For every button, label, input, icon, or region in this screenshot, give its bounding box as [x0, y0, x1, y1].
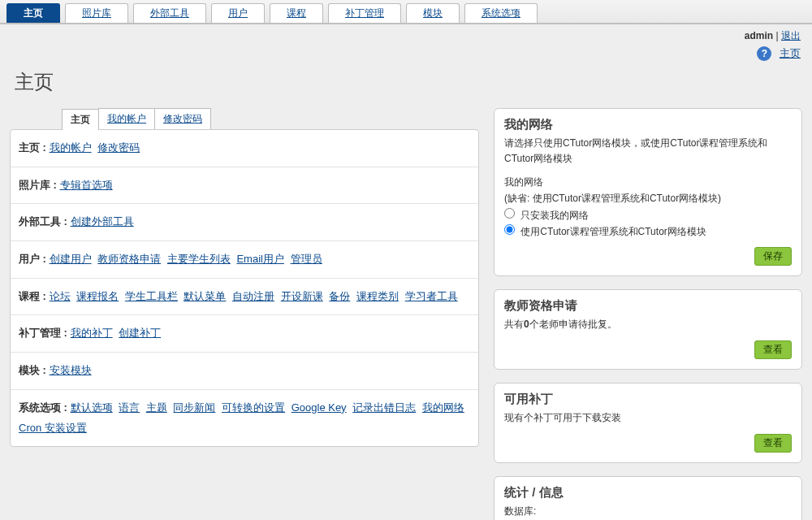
top-tab-1[interactable]: 照片库 [65, 3, 128, 23]
section-label: 补丁管理 : [19, 327, 71, 339]
top-tab-4[interactable]: 课程 [270, 3, 323, 23]
section-label: 模块 : [19, 364, 50, 376]
logout-link[interactable]: 退出 [781, 30, 801, 41]
patch-card: 可用补丁 现有个补丁可用于下载安装 查看 [494, 383, 802, 463]
section-link[interactable]: 管理员 [291, 253, 322, 265]
stats-card-title: 统计 / 信息 [504, 485, 792, 500]
section-label: 照片库 : [19, 179, 60, 191]
network-save-button[interactable]: 保存 [754, 247, 792, 266]
section-link[interactable]: 学习者工具 [405, 290, 458, 302]
section-link[interactable]: 主题 [146, 401, 167, 414]
section-link[interactable]: 可转换的设置 [222, 401, 285, 414]
section-link[interactable]: Email用户 [236, 253, 284, 265]
section-link[interactable]: 创建用户 [50, 253, 92, 265]
section-link[interactable]: 专辑首选项 [60, 179, 113, 191]
section-link[interactable]: 修改密码 [97, 141, 140, 154]
network-opt2-label[interactable]: 使用CTutor课程管理系统和CTutor网络模块 [504, 226, 706, 237]
network-card: 我的网络 请选择只使用CTutor网络模块，或使用CTutor课程管理系统和CT… [494, 108, 802, 276]
patch-view-button[interactable]: 查看 [754, 434, 792, 453]
help-icon[interactable]: ? [757, 46, 771, 61]
section-3: 用户 : 创建用户 教师资格申请 主要学生列表 Email用户 管理员 [11, 240, 478, 278]
network-card-title: 我的网络 [504, 117, 792, 132]
section-label: 系统选项 : [19, 401, 71, 414]
network-opt2-radio[interactable] [504, 224, 515, 235]
section-4: 课程 : 论坛 课程报名 学生工具栏 默认菜单 自动注册 开设新课 备份 课程类… [11, 278, 478, 315]
teacher-card: 教师资格申请 共有0个老师申请待批复。 查看 [494, 289, 802, 370]
admin-links-panel: 主页 : 我的帐户 修改密码 照片库 : 专辑首选项 外部工具 : 创建外部工具… [10, 129, 479, 447]
section-link[interactable]: 备份 [329, 290, 350, 302]
section-link[interactable]: 课程类别 [356, 290, 399, 302]
stats-db-label: 数据库: [504, 504, 792, 519]
section-link[interactable]: 默认菜单 [184, 290, 226, 302]
top-tab-0[interactable]: 主页 [6, 3, 60, 23]
section-link[interactable]: 主要学生列表 [167, 253, 231, 265]
section-link[interactable]: 课程报名 [76, 290, 119, 302]
section-link[interactable]: 记录出错日志 [352, 401, 416, 414]
subtab-0[interactable]: 主页 [62, 109, 99, 130]
section-link[interactable]: 学生工具栏 [125, 290, 178, 302]
section-link[interactable]: Cron 安装设置 [19, 422, 87, 434]
patch-card-title: 可用补丁 [504, 392, 792, 407]
stats-card: 统计 / 信息 数据库: 0.45 MB [494, 476, 802, 520]
network-card-desc: 请选择只使用CTutor网络模块，或使用CTutor课程管理系统和CTutor网… [504, 136, 792, 167]
section-link[interactable]: 安装模块 [50, 364, 92, 376]
section-link[interactable]: 我的帐户 [50, 141, 92, 154]
section-5: 补丁管理 : 我的补丁 创建补丁 [11, 314, 478, 352]
username: admin [745, 30, 773, 41]
subtab-1[interactable]: 我的帐户 [98, 108, 155, 129]
section-label: 课程 : [19, 290, 50, 302]
section-link[interactable]: 创建补丁 [119, 327, 161, 339]
breadcrumb-home[interactable]: 主页 [780, 47, 801, 59]
section-label: 外部工具 : [19, 215, 71, 228]
patch-card-body: 现有个补丁可用于下载安装 [504, 410, 792, 426]
network-card-default: (缺省: 使用CTutor课程管理系统和CTutor网络模块) [504, 191, 792, 206]
top-tab-6[interactable]: 模块 [406, 3, 460, 23]
teacher-card-body: 共有0个老师申请待批复。 [504, 317, 792, 332]
subtab-2[interactable]: 修改密码 [154, 108, 211, 129]
page-title: 主页 [0, 69, 812, 108]
section-link[interactable]: 论坛 [50, 290, 71, 302]
section-link[interactable]: 自动注册 [232, 290, 274, 302]
teacher-card-title: 教师资格申请 [504, 298, 792, 314]
teacher-view-button[interactable]: 查看 [754, 340, 792, 359]
section-link[interactable]: 我的网络 [422, 401, 464, 414]
top-tab-7[interactable]: 系统选项 [464, 3, 538, 23]
section-link[interactable]: 默认选项 [71, 401, 113, 414]
section-2: 外部工具 : 创建外部工具 [11, 203, 478, 240]
section-link[interactable]: 教师资格申请 [97, 253, 161, 265]
top-tab-5[interactable]: 补丁管理 [328, 3, 401, 23]
help-bar: ? 主页 [0, 45, 812, 69]
top-tab-2[interactable]: 外部工具 [133, 3, 206, 23]
section-link[interactable]: 开设新课 [281, 290, 323, 302]
network-opt1-label[interactable]: 只安装我的网络 [504, 210, 589, 221]
top-tabs: 主页照片库外部工具用户课程补丁管理模块系统选项 [0, 0, 812, 24]
section-link[interactable]: 我的补丁 [71, 327, 113, 339]
network-opt1-radio[interactable] [504, 208, 515, 219]
section-label: 用户 : [19, 253, 50, 265]
section-label: 主页 : [19, 141, 50, 154]
top-tab-3[interactable]: 用户 [211, 3, 265, 23]
section-0: 主页 : 我的帐户 修改密码 [11, 130, 478, 167]
section-link[interactable]: 同步新闻 [173, 401, 215, 414]
section-1: 照片库 : 专辑首选项 [11, 167, 478, 204]
network-card-subtitle: 我的网络 [504, 175, 792, 190]
section-6: 模块 : 安装模块 [11, 352, 478, 389]
section-7: 系统选项 : 默认选项 语言 主题 同步新闻 可转换的设置 Google Key… [11, 389, 478, 446]
section-link[interactable]: Google Key [292, 401, 347, 414]
subtabs: 主页我的帐户修改密码 [62, 108, 479, 129]
section-link[interactable]: 语言 [119, 401, 140, 414]
user-bar: admin | 退出 [0, 24, 812, 45]
section-link[interactable]: 创建外部工具 [71, 215, 134, 228]
